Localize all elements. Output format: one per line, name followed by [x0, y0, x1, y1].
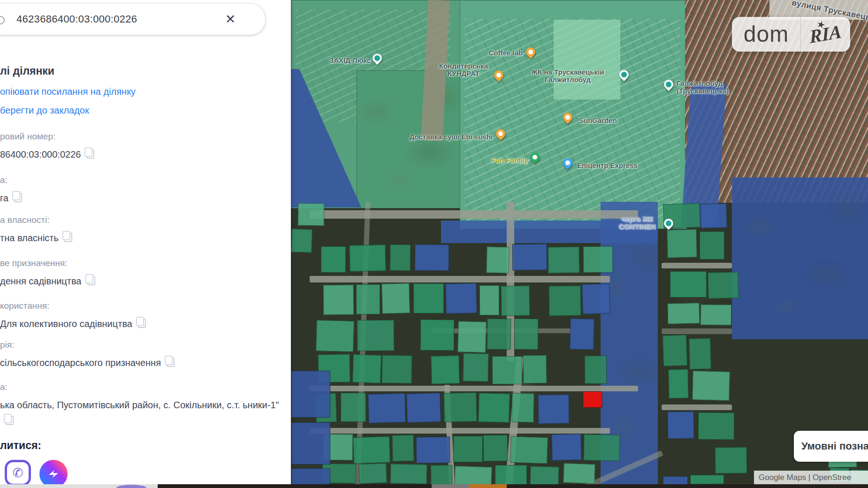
poi-pin-kundrat[interactable]	[492, 69, 505, 82]
details-sidebar: 4623686400:03:000:0226 ✕ лі ділянки опію…	[0, 0, 291, 484]
parcel-field: а:га	[0, 175, 282, 206]
parcel-field: ве призначення:дення садівництва	[0, 258, 282, 289]
search-box[interactable]: 4623686400:03:000:0226 ✕	[0, 4, 265, 35]
poi-pin-ebi-sushi[interactable]	[494, 127, 507, 140]
field-value: тна власність	[0, 230, 279, 246]
field-value: ька область, Пустомитівський район, с. С…	[0, 397, 279, 429]
parcel-field: рія:сільськогосподарського призначення	[0, 340, 282, 371]
share-row: ✆	[5, 460, 68, 488]
poi-label-galzhytlobud: Галжитлобуд(Трускавецька)	[677, 80, 729, 95]
poi-label-coffee-lab: Coffee lab	[489, 49, 523, 57]
ria-logo: ★ RIA	[801, 17, 850, 52]
field-value: 86400:03:000:0226	[0, 146, 279, 162]
poi-label-kundrat: КондитерськаКУНДРАТ	[439, 62, 488, 77]
messenger-bolt-icon	[46, 467, 61, 481]
field-label: ве призначення:	[0, 258, 282, 268]
parcel-field: а:ька область, Пустомитівський район, с.…	[0, 382, 282, 429]
poi-pin-fun-family[interactable]	[528, 151, 541, 164]
copy-link-action[interactable]: опіювати посилання на ділянку	[0, 86, 282, 97]
copy-icon[interactable]	[64, 233, 72, 242]
poi-label-ebi-sushi: Доставка суші Ebi sushi	[410, 133, 493, 141]
poi-layer: ЗАХІД ЛюксCoffee labКондитерськаКУНДРАТЖ…	[291, 0, 868, 484]
sliver-gray-segment	[432, 484, 469, 488]
field-label: а власності:	[0, 215, 282, 225]
poi-pin-zakhid-luks[interactable]	[371, 52, 384, 65]
poi-pin-cherha-zhk-continent[interactable]	[662, 217, 675, 230]
copy-icon[interactable]	[138, 319, 146, 328]
copy-icon[interactable]	[167, 358, 175, 367]
selected-parcel[interactable]	[583, 392, 602, 407]
field-label: ровий номер:	[0, 131, 282, 142]
copy-icon[interactable]	[6, 416, 14, 425]
field-value: Для колективного садівництва	[0, 316, 279, 332]
sliver-orange-segment	[469, 484, 507, 488]
field-value: га	[0, 190, 279, 206]
poi-pin-coffee-lab[interactable]	[524, 46, 537, 59]
parcel-field: ровий номер:86400:03:000:0226	[0, 131, 282, 162]
poi-pin-zhk-truskavetskiy[interactable]	[617, 68, 631, 81]
poi-label-cherha-zhk-continent: черга ЖКCONTINEN	[619, 215, 655, 230]
field-label: користання:	[0, 301, 282, 311]
search-input[interactable]: 4623686400:03:000:0226	[16, 13, 137, 25]
search-icon	[0, 16, 5, 24]
dom-ria-logo: dom ★ RIA	[732, 17, 850, 52]
field-value: сільськогосподарського призначення	[0, 355, 279, 371]
poi-pin-galzhytlobud[interactable]	[662, 78, 675, 91]
field-label: а:	[0, 382, 282, 392]
field-value: дення садівництва	[0, 273, 279, 289]
poi-label-fun-family: Fun Family	[491, 157, 528, 164]
bottom-window-sliver	[0, 484, 868, 488]
map-attribution[interactable]: Google Maps | OpenStree	[754, 471, 868, 484]
cadastral-map-app: ЗАХІД ЛюксCoffee labКондитерськаКУНДРАТЖ…	[0, 0, 868, 488]
poi-label-zhk-truskavetskiy: ЖК на ТрускавецькійГалжитлобуд	[532, 69, 604, 84]
dom-logo: dom	[732, 17, 801, 52]
panel-title: лі ділянки	[0, 65, 282, 77]
copy-icon[interactable]	[14, 193, 22, 202]
poi-pin-epicentr-express[interactable]	[561, 156, 574, 169]
close-icon[interactable]: ✕	[221, 10, 239, 28]
poi-label-sungarden: SunGarden	[579, 117, 617, 124]
copy-icon[interactable]	[87, 276, 95, 285]
poi-label-zakhid-luks: ЗАХІД Люкс	[329, 57, 371, 64]
parcel-field: а власності:тна власність	[0, 215, 282, 246]
viber-share-button[interactable]: ✆	[5, 460, 31, 486]
field-label: а:	[0, 175, 282, 185]
messenger-share-button[interactable]	[39, 460, 68, 488]
share-label: литися:	[0, 439, 282, 452]
legend-button[interactable]: Умовні позна	[794, 431, 868, 462]
sliver-purple-blob	[116, 485, 146, 488]
copy-icon[interactable]	[86, 149, 94, 159]
save-bookmark-action[interactable]: берегти до закладок	[0, 105, 282, 116]
parcel-field: користання:Для колективного садівництва	[0, 301, 282, 332]
poi-pin-sungarden[interactable]	[561, 111, 574, 124]
field-label: рія:	[0, 340, 282, 350]
map-canvas[interactable]: ЗАХІД ЛюксCoffee labКондитерськаКУНДРАТЖ…	[291, 0, 868, 484]
viber-phone-icon: ✆	[13, 467, 23, 480]
poi-label-epicentr-express: Епіцентр Express	[577, 162, 638, 169]
